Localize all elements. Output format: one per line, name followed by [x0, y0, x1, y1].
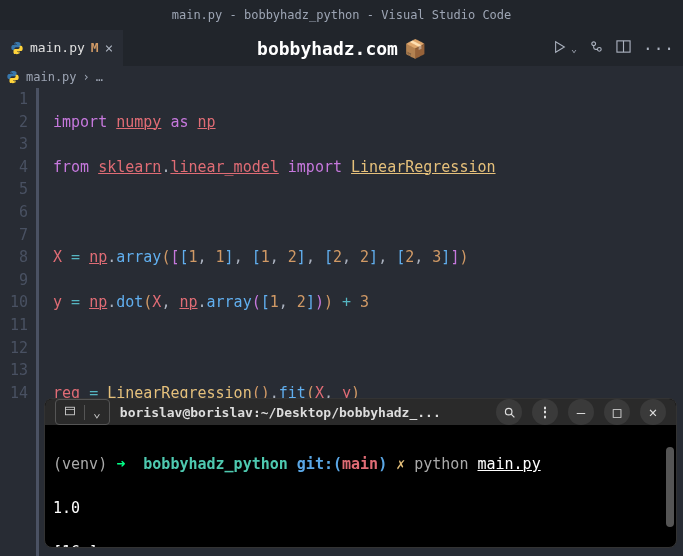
run-icon[interactable] — [553, 39, 567, 58]
terminal-line: (venv) ➜ bobbyhadz_python git:(main) ✗ p… — [53, 453, 668, 475]
tab-bar: main.py M × bobbyhadz.com 📦 ⌄ ··· — [0, 30, 683, 66]
terminal-scrollbar[interactable] — [666, 447, 674, 527]
minimize-button[interactable]: — — [568, 399, 594, 425]
line-gutter: 1234567891011121314 — [0, 88, 36, 556]
run-dropdown-icon[interactable]: ⌄ — [571, 43, 577, 54]
svg-rect-2 — [66, 407, 75, 415]
terminal-title: borislav@borislav:~/Desktop/bobbyhadz_..… — [120, 405, 486, 420]
python-icon — [10, 41, 24, 55]
terminal-output: [16.] — [53, 541, 668, 548]
terminal-body[interactable]: (venv) ➜ bobbyhadz_python git:(main) ✗ p… — [45, 425, 676, 548]
terminal-header: ⌄ borislav@borislav:~/Desktop/bobbyhadz_… — [45, 399, 676, 425]
breadcrumb-separator: › — [83, 70, 90, 84]
terminal-window: ⌄ borislav@borislav:~/Desktop/bobbyhadz_… — [44, 398, 677, 548]
watermark-text: bobbyhadz.com — [257, 38, 398, 59]
terminal-new-tab[interactable]: ⌄ — [55, 399, 110, 425]
terminal-output: 1.0 — [53, 497, 668, 519]
search-button[interactable] — [496, 399, 522, 425]
breadcrumb-file: main.py — [26, 70, 77, 84]
menu-button[interactable]: ⋮ — [532, 399, 558, 425]
svg-point-4 — [505, 408, 512, 415]
split-editor-icon[interactable] — [616, 39, 631, 58]
maximize-button[interactable]: □ — [604, 399, 630, 425]
package-icon: 📦 — [404, 38, 426, 59]
breadcrumb-more: … — [96, 70, 103, 84]
plus-icon — [56, 405, 84, 420]
tab-close-icon[interactable]: × — [105, 40, 113, 56]
python-icon — [6, 70, 20, 84]
more-actions-icon[interactable]: ··· — [643, 39, 675, 58]
editor-actions: ⌄ ··· — [553, 39, 675, 58]
window-title: main.py - bobbyhadz_python - Visual Stud… — [172, 8, 512, 22]
watermark: bobbyhadz.com 📦 — [257, 38, 426, 59]
chevron-down-icon: ⌄ — [84, 405, 109, 420]
svg-line-5 — [511, 414, 514, 417]
tab-filename: main.py — [30, 40, 85, 55]
tab-modified-indicator: M — [91, 40, 99, 55]
tab-main-py[interactable]: main.py M × — [0, 30, 123, 66]
close-button[interactable]: ✕ — [640, 399, 666, 425]
breadcrumb[interactable]: main.py › … — [0, 66, 683, 88]
window-titlebar: main.py - bobbyhadz_python - Visual Stud… — [0, 0, 683, 30]
compare-icon[interactable] — [589, 39, 604, 58]
